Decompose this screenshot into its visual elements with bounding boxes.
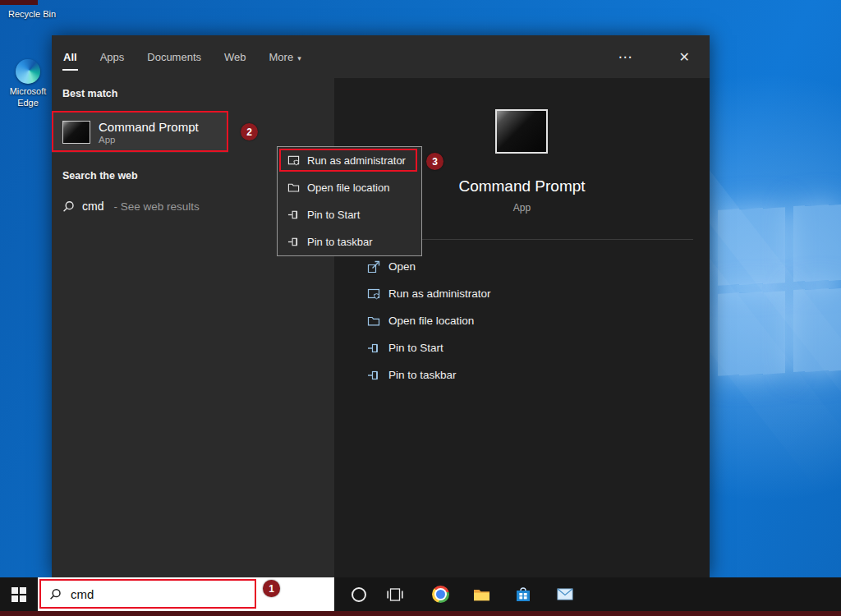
folder-icon [367, 315, 380, 328]
screenshot-border-remnant [0, 0, 38, 5]
preview-action-label: Run as administrator [388, 287, 491, 300]
edge-label: Microsoft Edge [4, 86, 52, 109]
preview-action-label: Open [388, 260, 416, 273]
taskbar-search-input[interactable] [69, 586, 250, 602]
search-flyout: All Apps Documents Web More▾ ⋯ ✕ Best ma… [52, 35, 710, 577]
recycle-bin-shortcut[interactable]: Recycle Bin [2, 9, 62, 21]
preview-action-pin-to-taskbar[interactable]: Pin to taskbar [334, 361, 710, 388]
tab-all[interactable]: All [63, 51, 77, 63]
command-prompt-icon [62, 121, 90, 144]
pin-icon [287, 209, 300, 221]
context-menu-label: Run as administrator [307, 154, 406, 167]
tab-more[interactable]: More▾ [269, 51, 301, 63]
annotation-badge-step2: 2 [241, 123, 258, 140]
wallpaper-window-pane [718, 292, 785, 376]
pin-icon [367, 369, 380, 382]
preview-actions: Open Run as administrator Open file loca… [334, 253, 710, 388]
chevron-down-icon: ▾ [297, 54, 301, 62]
microsoft-store-icon [515, 586, 531, 602]
search-tab-bar: All Apps Documents Web More▾ ⋯ ✕ [52, 35, 710, 78]
windows-logo-icon [11, 587, 26, 602]
web-result-query: cmd [82, 200, 103, 213]
preview-action-open-file-location[interactable]: Open file location [334, 307, 710, 334]
taskbar-search-box[interactable] [38, 577, 334, 611]
run-as-admin-icon [287, 154, 300, 167]
tab-web[interactable]: Web [224, 51, 246, 63]
taskbar-chrome-button[interactable] [422, 577, 458, 611]
taskbar-mail-button[interactable] [547, 577, 583, 611]
search-icon [62, 200, 75, 213]
best-match-subtitle: App [99, 135, 199, 145]
context-menu-pin-to-taskbar[interactable]: Pin to taskbar [278, 228, 421, 255]
edge-icon [16, 59, 40, 84]
file-explorer-icon [473, 587, 490, 601]
search-icon [49, 588, 62, 600]
command-prompt-icon-large [495, 109, 548, 154]
preview-action-label: Open file location [388, 315, 474, 327]
wallpaper-window-pane [793, 205, 841, 282]
best-match-item[interactable]: Command Prompt App [52, 112, 228, 153]
taskbar-task-view-button[interactable] [377, 577, 413, 611]
taskbar-store-button[interactable] [505, 577, 541, 611]
pin-icon [287, 236, 300, 248]
tab-apps[interactable]: Apps [100, 51, 125, 63]
preview-action-label: Pin to Start [388, 342, 443, 354]
run-as-admin-icon [367, 287, 380, 301]
context-menu-label: Pin to Start [307, 209, 360, 221]
task-view-icon [387, 588, 403, 601]
context-menu-run-as-administrator[interactable]: Run as administrator [278, 147, 421, 174]
edge-shortcut[interactable]: Microsoft Edge [10, 59, 46, 84]
best-match-text: Command Prompt App [99, 120, 199, 145]
mail-icon [557, 588, 573, 600]
windows-desktop: Recycle Bin Microsoft Edge All Apps Docu… [0, 0, 841, 616]
annotation-badge-step1: 1 [263, 580, 280, 597]
cortana-icon [352, 587, 366, 602]
tab-more-label: More [269, 51, 294, 63]
screenshot-border-bottom [0, 611, 841, 616]
start-button[interactable] [0, 577, 38, 611]
close-icon[interactable]: ✕ [679, 49, 690, 65]
taskbar [0, 577, 841, 611]
best-match-header: Best match [62, 88, 117, 99]
recycle-bin-label: Recycle Bin [2, 9, 62, 21]
tab-documents[interactable]: Documents [147, 51, 201, 63]
chrome-icon [432, 586, 449, 603]
annotation-badge-step3: 3 [426, 153, 443, 170]
search-web-header: Search the web [62, 170, 138, 182]
open-window-icon [367, 260, 380, 274]
taskbar-cortana-button[interactable] [341, 577, 377, 611]
best-match-title: Command Prompt [99, 120, 199, 136]
preview-action-label: Pin to taskbar [388, 369, 457, 381]
more-options-icon[interactable]: ⋯ [618, 48, 633, 66]
pin-icon [367, 342, 380, 355]
taskbar-file-explorer-button[interactable] [463, 577, 499, 611]
context-menu-open-file-location[interactable]: Open file location [278, 174, 421, 201]
preview-action-pin-to-start[interactable]: Pin to Start [334, 334, 710, 361]
context-menu-label: Open file location [307, 182, 389, 194]
context-menu-label: Pin to taskbar [307, 236, 373, 248]
context-menu: Run as administrator Open file location … [277, 146, 422, 256]
preview-action-run-as-administrator[interactable]: Run as administrator [334, 280, 710, 307]
preview-action-open[interactable]: Open [334, 253, 710, 280]
wallpaper-window-pane [793, 288, 841, 372]
web-result-suffix: - See web results [113, 200, 199, 213]
context-menu-pin-to-start[interactable]: Pin to Start [278, 201, 421, 228]
folder-icon [287, 182, 300, 194]
wallpaper-window-pane [718, 208, 785, 286]
